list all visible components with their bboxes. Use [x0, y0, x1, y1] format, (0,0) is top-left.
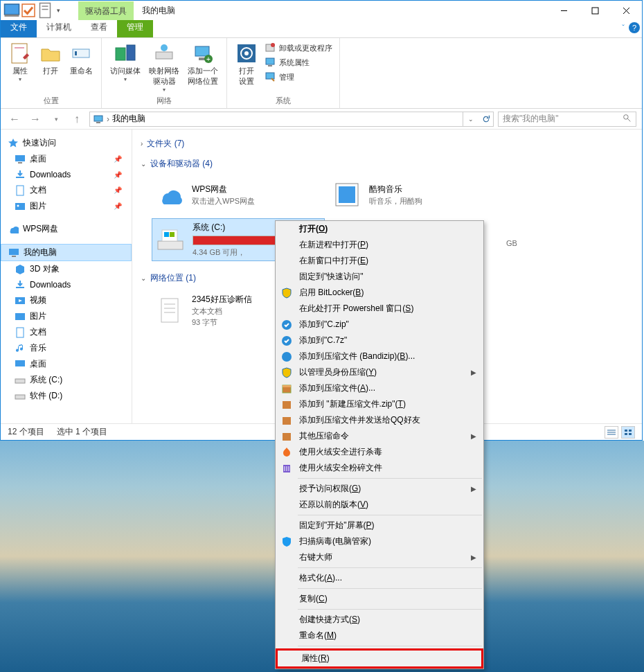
nav-up[interactable]: ↑	[69, 111, 85, 127]
tree-downloads[interactable]: Downloads📌	[1, 167, 132, 182]
tree-music[interactable]: 音乐	[1, 340, 132, 356]
ctx-add-newzip[interactable]: 添加到 "新建压缩文件.zip"(T)	[276, 396, 483, 412]
nav-recent-dropdown[interactable]: ▾	[48, 111, 64, 127]
ribbon-sys-props[interactable]: 系统属性	[265, 57, 332, 68]
nav-tree[interactable]: 快速访问 桌面📌 Downloads📌 文档📌 图片📌 WPS网盘 我的电脑 3…	[1, 130, 132, 423]
ctx-other-compress[interactable]: 其他压缩命令▶	[276, 428, 483, 444]
ribbon-map-drive[interactable]: 映射网络 驱动器▾	[145, 41, 184, 94]
address-dropdown[interactable]: ⌄	[463, 112, 478, 127]
ribbon-collapse-icon[interactable]: ˇ	[622, 24, 625, 32]
svg-rect-44	[15, 360, 25, 366]
ctx-qq-scan[interactable]: 扫描病毒(电脑管家)	[276, 533, 483, 549]
svg-point-66	[282, 352, 292, 362]
breadcrumb[interactable]: › 我的电脑	[89, 112, 463, 127]
ctx-bitlocker[interactable]: 启用 BitLocker(B)	[276, 285, 483, 301]
ribbon-rename[interactable]: 重命名	[66, 41, 97, 78]
ribbon-manage[interactable]: 管理	[265, 71, 332, 82]
nav-back[interactable]: ←	[6, 111, 23, 127]
tree-desktop2[interactable]: 桌面	[1, 356, 132, 372]
svg-rect-18	[195, 46, 209, 56]
tile-wps[interactable]: WPS网盘双击进入WPS网盘	[152, 177, 325, 213]
svg-rect-53	[161, 299, 178, 322]
shield-icon	[281, 288, 292, 299]
ribbon-open-settings[interactable]: 打开 设置	[231, 41, 262, 88]
ribbon-uninstall[interactable]: 卸载或更改程序	[265, 42, 332, 53]
qat-dropdown-icon[interactable]: ▾	[53, 3, 63, 18]
tile-kugou[interactable]: 酷狗音乐听音乐，用酷狗	[329, 177, 502, 213]
ribbon-properties[interactable]: 属性▾	[5, 41, 35, 84]
thispc-icon	[93, 114, 104, 125]
maximize-button[interactable]	[580, 1, 611, 20]
ctx-create-shortcut[interactable]: 创建快捷方式(S)	[276, 612, 483, 628]
quick-access-toolbar: ▾	[1, 3, 63, 18]
ribbon-access-media[interactable]: 访问媒体▾	[106, 41, 145, 84]
minimize-button[interactable]	[548, 1, 580, 20]
ctx-open-new-process[interactable]: 在新进程中打开(P)	[276, 237, 483, 253]
ctx-powershell[interactable]: 在此处打开 Powershell 窗口(S)	[276, 301, 483, 317]
svg-rect-14	[116, 48, 125, 60]
ctx-restore-prev[interactable]: 还原以前的版本(V)	[276, 497, 483, 513]
tree-wps[interactable]: WPS网盘	[1, 221, 132, 237]
ctx-huorong-shred[interactable]: 使用火绒安全粉碎文件	[276, 460, 483, 476]
ribbon-add-net-location[interactable]: + 添加一个 网络位置	[184, 41, 222, 88]
tab-computer[interactable]: 计算机	[37, 18, 81, 37]
section-folders[interactable]: ›文件夹 (7)	[132, 134, 642, 154]
star-icon	[8, 138, 19, 149]
section-devices[interactable]: ⌄设备和驱动器 (4)	[132, 154, 642, 174]
svg-rect-52	[170, 232, 175, 237]
svg-rect-71	[283, 433, 291, 441]
ctx-add-czip[interactable]: 添加到"C.zip"	[276, 317, 483, 333]
ribbon-open[interactable]: 打开	[35, 41, 66, 78]
tree-pics2[interactable]: 图片	[1, 308, 132, 324]
help-icon[interactable]: ?	[629, 22, 640, 33]
tree-pics[interactable]: 图片📌	[1, 198, 132, 214]
search-input[interactable]: 搜索"我的电脑"	[498, 112, 636, 127]
add-netloc-icon: +	[192, 42, 214, 64]
ctx-open-new-window[interactable]: 在新窗口中打开(E)	[276, 253, 483, 269]
nav-forward[interactable]: →	[27, 111, 44, 127]
tree-drive-d[interactable]: 软件 (D:)	[1, 388, 132, 404]
refresh-button[interactable]	[478, 112, 494, 127]
tree-downloads2[interactable]: Downloads	[1, 277, 132, 292]
highlight-properties: 属性(R)	[276, 648, 483, 669]
ribbon-group-system: 系统	[231, 96, 335, 108]
ctx-rightclick-master[interactable]: 右键大师▶	[276, 549, 483, 565]
ctx-copy[interactable]: 复制(C)	[276, 591, 483, 607]
ctx-grant-access[interactable]: 授予访问权限(G)▶	[276, 481, 483, 497]
drive-c-icon	[155, 224, 186, 255]
ctx-pin-quick[interactable]: 固定到"快速访问"	[276, 269, 483, 285]
ctx-huorong-scan[interactable]: 使用火绒安全进行杀毒	[276, 444, 483, 460]
tree-docs2[interactable]: 文档	[1, 324, 132, 340]
close-button[interactable]	[611, 1, 642, 20]
svg-rect-70	[283, 417, 291, 425]
svg-text:+: +	[206, 55, 211, 63]
ctx-add-c7z[interactable]: 添加到"C.7z"	[276, 333, 483, 348]
tree-3dobjects[interactable]: 3D 对象	[1, 261, 132, 277]
tree-drive-c[interactable]: 系统 (C:)	[1, 372, 132, 388]
tree-video[interactable]: 视频	[1, 292, 132, 308]
ribbon-group-location: 位置	[5, 96, 97, 108]
view-details-button[interactable]	[605, 426, 618, 439]
kugou-icon	[332, 179, 362, 210]
ctx-rename[interactable]: 重命名(M)	[276, 628, 483, 644]
qat-checkbox-icon[interactable]	[20, 3, 37, 18]
ctx-properties[interactable]: 属性(R)	[278, 651, 481, 666]
ctx-pin-start[interactable]: 固定到"开始"屏幕(P)	[276, 518, 483, 533]
view-icons-button[interactable]	[621, 426, 635, 439]
tree-docs[interactable]: 文档📌	[1, 182, 132, 198]
contextual-tab-driver-tools: 驱动器工具	[78, 1, 134, 20]
tab-file[interactable]: 文件	[1, 18, 37, 37]
tree-thispc[interactable]: 我的电脑	[1, 244, 132, 261]
ctx-add-qq[interactable]: 添加到压缩文件并发送给QQ好友	[276, 412, 483, 428]
ctx-open[interactable]: 打开(O)	[276, 221, 483, 237]
tree-quick-access[interactable]: 快速访问	[1, 135, 132, 151]
ctx-format[interactable]: 格式化(A)...	[276, 570, 483, 586]
tab-manage[interactable]: 管理	[117, 18, 153, 37]
qat-properties-icon[interactable]	[37, 3, 53, 18]
ctx-add-zip-a[interactable]: 添加到压缩文件(A)...	[276, 380, 483, 396]
tab-view[interactable]: 查看	[81, 18, 117, 37]
tree-desktop[interactable]: 桌面📌	[1, 151, 132, 167]
ctx-add-bandizip[interactable]: 添加到压缩文件 (Bandizip)(B)...	[276, 348, 483, 364]
ctx-admin-compress[interactable]: 以管理员身份压缩(Y)▶	[276, 364, 483, 380]
admin-shield-icon	[281, 367, 292, 378]
